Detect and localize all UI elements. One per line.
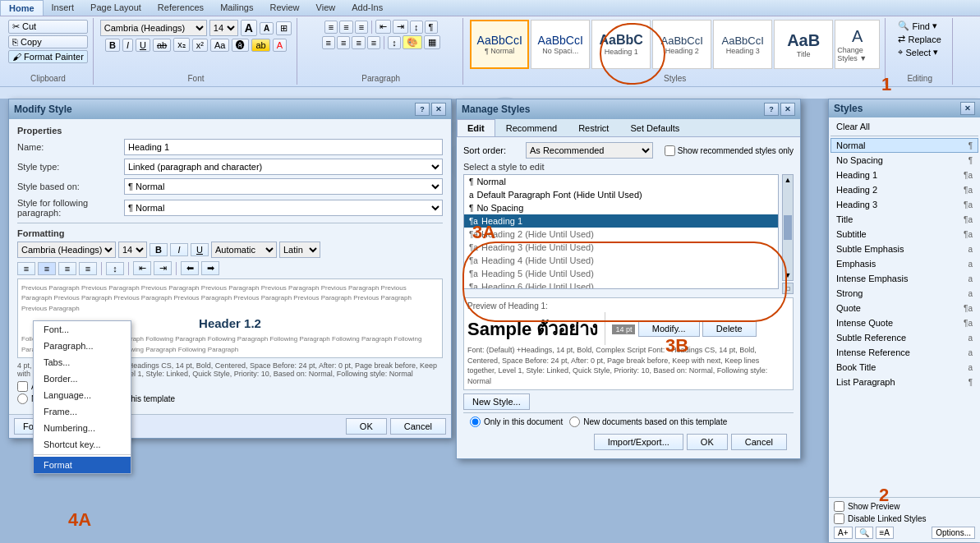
grow-font-button[interactable]: A	[241, 20, 257, 36]
format-underline-btn[interactable]: U	[191, 243, 209, 256]
show-preview-checkbox[interactable]	[834, 501, 844, 512]
clear-format-button[interactable]: 🅐	[232, 39, 249, 52]
superscript-button[interactable]: x²	[192, 39, 208, 52]
tab-home[interactable]: Home	[0, 0, 44, 16]
tab-references[interactable]: References	[150, 0, 212, 16]
format-bold-btn[interactable]: B	[150, 243, 168, 256]
listbox-heading3[interactable]: ¶a Heading 3 (Hide Until Used)	[464, 241, 778, 254]
options-btn[interactable]: Options...	[932, 527, 975, 539]
format-size-select[interactable]: 14	[118, 242, 147, 258]
disable-linked-checkbox[interactable]	[834, 513, 844, 524]
change-styles-btn[interactable]: A Change Styles ▼	[835, 20, 880, 69]
increase-indent-button[interactable]: ⇥	[393, 20, 408, 34]
listbox-normal[interactable]: ¶ Normal	[464, 175, 778, 188]
listbox-scrollbar[interactable]: ▲ ▼	[782, 174, 794, 281]
style-inspector-btn[interactable]: 🔍	[855, 527, 873, 539]
decrease-indent-button[interactable]: ⇤	[375, 20, 391, 34]
borders-button[interactable]: ▦	[424, 35, 440, 49]
new-style-icon-btn[interactable]: A+	[834, 527, 853, 539]
styles-panel-close-btn[interactable]: ✕	[960, 102, 975, 115]
line-spacing-button[interactable]: ↕	[388, 36, 401, 49]
delete-btn[interactable]: Delete	[702, 320, 757, 337]
find-button[interactable]: 🔍 Find ▾	[895, 20, 940, 32]
font-name-select[interactable]: Cambria (Headings)	[100, 20, 207, 36]
shrink-font-button[interactable]: A	[260, 22, 274, 35]
center-button[interactable]: ≡	[337, 36, 350, 49]
menu-border[interactable]: Border...	[34, 370, 131, 387]
only-doc-radio[interactable]	[470, 416, 481, 427]
bullets-button[interactable]: ≡	[324, 21, 338, 34]
listbox-heading5[interactable]: ¶a Heading 5 (Hide Until Used)	[464, 267, 778, 280]
panel-item-subtle-emphasis[interactable]: Subtle Emphasis a	[830, 242, 978, 256]
replace-button[interactable]: ⇄ Replace	[895, 33, 944, 45]
line-spacing-btn[interactable]: ↕	[106, 262, 124, 275]
menu-frame[interactable]: Frame...	[34, 403, 131, 420]
panel-item-heading3[interactable]: Heading 3 ¶a	[830, 197, 978, 212]
format-language-select[interactable]: Latin	[279, 242, 320, 258]
style-nospace-btn[interactable]: AaBbCcI No Spaci...	[531, 20, 590, 69]
align-right-btn[interactable]: ≡	[58, 262, 76, 275]
decrease-indent-btn[interactable]: ⇤	[133, 261, 151, 275]
import-export-btn[interactable]: Import/Export...	[594, 434, 683, 450]
font-settings-button[interactable]: ⊞	[276, 21, 292, 35]
sort-button[interactable]: ↕	[410, 21, 423, 34]
ms-tab-recommend[interactable]: Recommend	[495, 119, 568, 136]
panel-item-normal[interactable]: Normal ¶	[830, 138, 978, 153]
multilevel-list-button[interactable]: ≡	[355, 21, 368, 34]
format-painter-button[interactable]: 🖌 Format Painter	[8, 50, 88, 63]
panel-item-heading1[interactable]: Heading 1 ¶a	[830, 168, 978, 182]
manage-ok-btn[interactable]: OK	[687, 434, 728, 450]
manage-styles-help-btn[interactable]: ?	[764, 103, 779, 116]
copy-button[interactable]: ⎘ Copy	[8, 35, 88, 48]
modify-style-close-btn[interactable]: ✕	[431, 103, 446, 116]
tab-page-layout[interactable]: Page Layout	[82, 0, 150, 16]
shading-button[interactable]: 🎨	[403, 35, 422, 49]
styles-listbox[interactable]: ¶ Normal a Default Paragraph Font (Hide …	[463, 174, 779, 289]
highlight-button[interactable]: ab	[251, 39, 269, 52]
panel-clear-all[interactable]: Clear All	[830, 119, 978, 134]
menu-format[interactable]: Format	[34, 457, 131, 473]
tab-insert[interactable]: Insert	[44, 0, 83, 16]
ms-tab-edit[interactable]: Edit	[457, 119, 495, 136]
tab-review[interactable]: Review	[261, 0, 307, 16]
manage-styles-icon-btn[interactable]: ≡A	[876, 527, 895, 539]
tab-mailings[interactable]: Mailings	[212, 0, 261, 16]
justify-button[interactable]: ≡	[367, 36, 380, 49]
format-color-select[interactable]: Automatic	[211, 242, 277, 258]
style-title-btn[interactable]: AaB Title	[774, 20, 833, 69]
decrease-indent2-btn[interactable]: ⬅	[181, 261, 199, 275]
disable-linked-option[interactable]: Disable Linked Styles	[834, 513, 975, 524]
show-formatting-button[interactable]: ¶	[425, 21, 438, 34]
radio-new-docs[interactable]: New documents based on this template	[569, 416, 727, 427]
menu-tabs[interactable]: Tabs...	[34, 354, 131, 370]
listbox-no-spacing[interactable]: ¶ No Spacing	[464, 201, 778, 214]
show-recommended-checkbox[interactable]	[665, 145, 675, 156]
panel-item-book-title[interactable]: Book Title a	[830, 360, 978, 375]
style-heading2-btn[interactable]: AaBbCcI Heading 2	[652, 20, 711, 69]
bold-button[interactable]: B	[105, 39, 120, 52]
ms-tab-setdefaults[interactable]: Set Defaults	[619, 119, 690, 136]
radio-only-doc[interactable]: Only in this document	[470, 416, 563, 427]
style-following-select[interactable]: ¶ Normal	[124, 200, 443, 216]
panel-item-intense-reference[interactable]: Intense Reference a	[830, 345, 978, 360]
style-type-select[interactable]: Linked (paragraph and character)	[124, 159, 443, 175]
new-docs-radio2[interactable]	[569, 416, 580, 427]
style-heading1-btn[interactable]: AaBbC Heading 1	[591, 20, 651, 69]
align-left-button[interactable]: ≡	[322, 36, 335, 49]
menu-shortcut[interactable]: Shortcut key...	[34, 436, 131, 453]
menu-language[interactable]: Language...	[34, 387, 131, 403]
font-color-button[interactable]: A	[273, 39, 287, 52]
tab-add-ins[interactable]: Add-Ins	[343, 0, 391, 16]
new-docs-radio[interactable]	[17, 393, 28, 404]
format-font-select[interactable]: Cambria (Headings)	[17, 242, 116, 258]
panel-item-nospace[interactable]: No Spacing ¶	[830, 153, 978, 168]
increase-indent-btn[interactable]: ⇥	[154, 261, 172, 275]
italic-button[interactable]: I	[122, 39, 133, 52]
panel-item-intense-emphasis[interactable]: Intense Emphasis a	[830, 271, 978, 286]
modify-style-ok-btn[interactable]: OK	[346, 418, 387, 435]
panel-item-emphasis[interactable]: Emphasis a	[830, 256, 978, 271]
strikethrough-button[interactable]: ab	[153, 39, 171, 52]
show-preview-option[interactable]: Show Preview	[834, 501, 975, 512]
manage-cancel-btn[interactable]: Cancel	[731, 434, 787, 450]
manage-styles-close-btn[interactable]: ✕	[780, 103, 795, 116]
